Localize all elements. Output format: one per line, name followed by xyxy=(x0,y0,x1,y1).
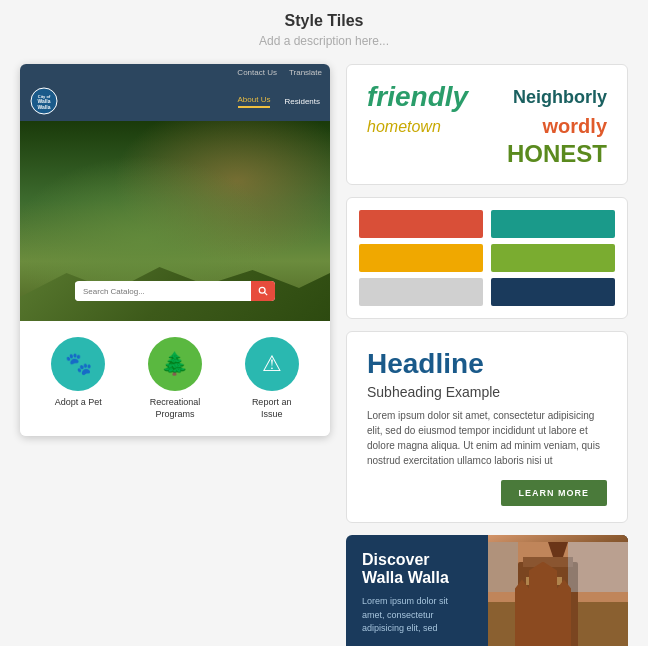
swatch-gold xyxy=(359,244,483,272)
svg-rect-16 xyxy=(554,592,562,600)
search-icon xyxy=(258,286,268,296)
adopt-pet-circle: 🐾 xyxy=(51,337,105,391)
left-column: Contact Us Translate City of Walla Walla xyxy=(20,64,330,646)
word-hometown: hometown xyxy=(367,118,482,136)
word-honest: HONEST xyxy=(492,140,607,168)
word-friendly: friendly xyxy=(367,81,482,113)
recreational-label: RecreationalPrograms xyxy=(150,397,201,420)
swatch-red xyxy=(359,210,483,238)
paw-icon: 🐾 xyxy=(65,351,92,377)
word-wordly: wordly xyxy=(492,115,607,138)
swatch-teal xyxy=(491,210,615,238)
mockup-top-bar: Contact Us Translate xyxy=(20,64,330,81)
quick-link-report-issue[interactable]: ⚠ Report anIssue xyxy=(232,337,312,420)
search-input[interactable] xyxy=(75,282,251,301)
report-issue-label: Report anIssue xyxy=(252,397,292,420)
mockup-nav-links: About Us Residents xyxy=(238,95,320,108)
typo-subheading: Subheading Example xyxy=(367,384,607,400)
svg-rect-12 xyxy=(540,577,548,585)
style-words-card: friendly Neighborly hometown wordly HONE… xyxy=(346,64,628,185)
right-column: friendly Neighborly hometown wordly HONE… xyxy=(346,64,628,646)
discover-body: Lorem ipsum dolor sit amet, consectetur … xyxy=(362,595,472,636)
mockup-logo: City of Walla Walla xyxy=(30,87,58,115)
svg-rect-17 xyxy=(568,542,628,592)
mockup-main-nav: City of Walla Walla About Us Residents xyxy=(20,81,330,121)
quick-link-adopt-pet[interactable]: 🐾 Adopt a Pet xyxy=(38,337,118,420)
svg-line-5 xyxy=(265,293,268,296)
website-mockup: Contact Us Translate City of Walla Walla xyxy=(20,64,330,436)
svg-text:Walla: Walla xyxy=(38,104,51,110)
search-bar xyxy=(75,281,275,301)
learn-more-button[interactable]: LEARN MORE xyxy=(501,480,608,506)
residents-link[interactable]: Residents xyxy=(284,97,320,106)
tree-icon: 🌲 xyxy=(161,351,188,377)
typo-headline: Headline xyxy=(367,348,607,380)
discover-card: Discover Walla Walla Lorem ipsum dolor s… xyxy=(346,535,628,646)
warning-icon: ⚠ xyxy=(262,351,282,377)
swatch-row-3 xyxy=(359,278,615,306)
page-title: Style Tiles xyxy=(285,12,364,30)
typo-body: Lorem ipsum dolor sit amet, consectetur … xyxy=(367,408,607,468)
quick-link-recreational[interactable]: 🌲 RecreationalPrograms xyxy=(135,337,215,420)
swatch-row-1 xyxy=(359,210,615,238)
discover-building-svg xyxy=(488,542,628,647)
word-neighborly: Neighborly xyxy=(492,87,607,108)
swatch-row-2 xyxy=(359,244,615,272)
svg-rect-14 xyxy=(526,592,534,600)
discover-text: Discover Walla Walla Lorem ipsum dolor s… xyxy=(346,535,488,646)
svg-rect-18 xyxy=(488,542,518,592)
mockup-nav: Contact Us Translate City of Walla Walla xyxy=(20,64,330,121)
discover-image xyxy=(488,535,628,646)
about-us-link[interactable]: About Us xyxy=(238,95,271,108)
svg-rect-15 xyxy=(540,592,548,600)
translate-link[interactable]: Translate xyxy=(289,68,322,77)
city-logo-icon: City of Walla Walla xyxy=(30,87,58,115)
contact-us-link[interactable]: Contact Us xyxy=(237,68,277,77)
typography-card: Headline Subheading Example Lorem ipsum … xyxy=(346,331,628,523)
mockup-quick-links: 🐾 Adopt a Pet 🌲 RecreationalPrograms ⚠ R… xyxy=(20,321,330,436)
main-layout: Contact Us Translate City of Walla Walla xyxy=(20,64,628,646)
swatch-navy xyxy=(491,278,615,306)
svg-rect-9 xyxy=(523,557,573,567)
svg-rect-11 xyxy=(526,577,534,585)
recreational-circle: 🌲 xyxy=(148,337,202,391)
adopt-pet-label: Adopt a Pet xyxy=(55,397,102,409)
discover-title: Discover Walla Walla xyxy=(362,551,472,587)
svg-point-4 xyxy=(259,287,265,293)
report-circle: ⚠ xyxy=(245,337,299,391)
svg-rect-13 xyxy=(554,577,562,585)
search-button[interactable] xyxy=(251,281,275,301)
swatch-green xyxy=(491,244,615,272)
color-swatches xyxy=(346,197,628,319)
page-subtitle: Add a description here... xyxy=(259,34,389,48)
mockup-hero xyxy=(20,121,330,321)
swatch-light-gray xyxy=(359,278,483,306)
style-words-grid: friendly Neighborly hometown wordly HONE… xyxy=(367,81,607,168)
